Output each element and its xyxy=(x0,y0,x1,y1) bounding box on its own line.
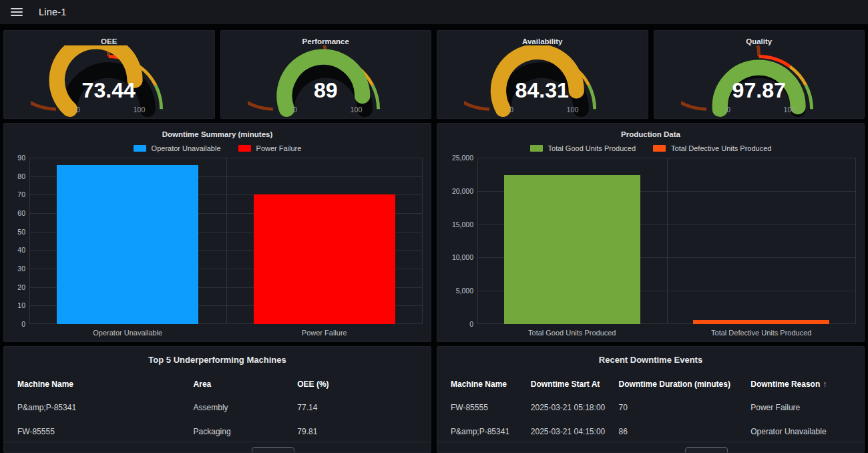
table-row: FW-855552025-03-21 05:18:0070Power Failu… xyxy=(451,396,851,420)
bar-power-failure[interactable] xyxy=(254,194,395,324)
top-nav: Line-1 xyxy=(0,0,868,24)
x-axis-label: Total Defective Units Produced xyxy=(667,324,857,337)
table-cell: Assembly xyxy=(194,396,298,420)
gridline-vertical xyxy=(29,158,30,324)
legend-item[interactable]: Operator Unavailable xyxy=(134,144,221,152)
table-cell: P&amp;P-85341 xyxy=(451,420,531,444)
legend-swatch-icon xyxy=(653,145,666,152)
legend-item[interactable]: Total Good Units Produced xyxy=(530,144,636,152)
gridline-vertical xyxy=(477,158,478,324)
column-header[interactable]: OEE (%) xyxy=(297,371,417,396)
table-cell: 2025-03-21 04:15:00 xyxy=(531,420,619,444)
dashboard-title[interactable]: Line-1 xyxy=(39,7,67,17)
gridline-vertical xyxy=(855,158,856,324)
y-tick-label: 80 xyxy=(3,172,25,180)
panel-title[interactable]: Production Data xyxy=(445,130,856,138)
downtime-bar-chart: 0102030405060708090Operator UnavailableP… xyxy=(29,158,423,324)
oee-gauge: 73.440100 xyxy=(4,45,214,118)
legend-label: Power Failure xyxy=(256,144,302,152)
table-cell: FW-85555 xyxy=(17,420,194,444)
gridline-vertical xyxy=(667,158,668,324)
x-axis-label: Operator Unavailable xyxy=(29,324,226,337)
table-header-row: Machine NameAreaOEE (%) xyxy=(17,371,417,396)
y-tick-label: 90 xyxy=(3,154,25,162)
gauge-value: 73.44 xyxy=(82,78,136,102)
y-tick-label: 20,000 xyxy=(449,187,473,195)
legend-swatch-icon xyxy=(530,145,543,152)
threshold-ring-segment xyxy=(156,86,162,110)
x-axis-labels: Total Good Units ProducedTotal Defective… xyxy=(477,324,856,337)
column-header[interactable]: Machine Name xyxy=(17,371,194,396)
table-divider xyxy=(4,442,431,442)
panel-quality: Quality 97.870100 xyxy=(654,30,865,119)
y-tick-label: 15,000 xyxy=(449,220,473,229)
y-tick-label: 60 xyxy=(3,209,25,217)
legend-label: Total Good Units Produced xyxy=(548,144,636,152)
threshold-ring-segment xyxy=(373,86,379,110)
bar-total-good-units-produced[interactable] xyxy=(504,175,640,324)
threshold-ring-segment xyxy=(806,86,812,110)
table-cell: 79.81 xyxy=(297,420,417,444)
table-cell: 70 xyxy=(619,396,751,420)
gauge-min-label: 0 xyxy=(293,106,297,114)
downtime-events-table: Machine NameDowntime Start AtDowntime Du… xyxy=(451,371,851,444)
legend-swatch-icon xyxy=(134,145,146,152)
table-divider xyxy=(437,442,864,442)
threshold-ring-segment xyxy=(589,86,595,110)
panel-downtime-summary: Downtime Summary (minutes) Operator Unav… xyxy=(3,123,431,342)
gauge-min-label: 0 xyxy=(77,106,81,114)
chart-legend: Total Good Units ProducedTotal Defective… xyxy=(445,144,856,152)
column-header[interactable]: Machine Name xyxy=(451,371,531,396)
panel-top5-machines: Top 5 Underperforming Machines Machine N… xyxy=(3,346,431,453)
gauge-value: 89 xyxy=(314,78,338,102)
column-header[interactable]: Downtime Reason↑ xyxy=(750,371,851,396)
gridline-vertical xyxy=(422,158,423,324)
gauge-min-label: 0 xyxy=(510,106,514,114)
panel-production-data: Production Data Total Good Units Produce… xyxy=(437,123,865,342)
x-axis-label: Total Good Units Produced xyxy=(477,324,667,337)
panel-performance: Performance 890100 xyxy=(220,30,432,119)
column-header[interactable]: Downtime Duration (minutes) xyxy=(619,371,751,396)
bar-operator-unavailable[interactable] xyxy=(57,165,198,324)
y-tick-label: 50 xyxy=(3,228,25,236)
panel-title[interactable]: Top 5 Underperforming Machines xyxy=(17,355,417,365)
gauge-max-label: 100 xyxy=(134,106,146,114)
y-tick-label: 25,000 xyxy=(449,154,473,162)
menu-icon[interactable] xyxy=(11,8,23,16)
x-axis-label: Power Failure xyxy=(226,324,423,337)
table-cell: 77.14 xyxy=(297,396,417,420)
pagination-button[interactable] xyxy=(685,447,728,453)
column-header[interactable]: Area xyxy=(194,371,298,396)
panel-title[interactable]: Quality xyxy=(654,37,865,45)
y-tick-label: 20 xyxy=(3,283,25,291)
gauge-max-label: 100 xyxy=(567,106,579,114)
x-axis-labels: Operator UnavailablePower Failure xyxy=(29,324,423,337)
y-tick-label: 5,000 xyxy=(449,287,473,295)
panel-oee: OEE 73.440100 xyxy=(3,30,215,119)
panel-title[interactable]: Downtime Summary (minutes) xyxy=(12,130,423,138)
y-tick-label: 10 xyxy=(3,301,25,309)
legend-item[interactable]: Total Defective Units Produced xyxy=(653,144,771,152)
table-cell: FW-85555 xyxy=(451,396,531,420)
panel-title[interactable]: Availability xyxy=(437,37,648,45)
gauge-value: 97.87 xyxy=(732,78,786,102)
quality-gauge: 97.870100 xyxy=(654,45,865,118)
sort-ascending-icon: ↑ xyxy=(823,380,827,389)
table-cell: 2025-03-21 05:18:00 xyxy=(531,396,619,420)
panel-title[interactable]: Performance xyxy=(221,37,431,45)
gauge-value: 84.31 xyxy=(515,78,569,102)
legend-label: Operator Unavailable xyxy=(152,144,221,152)
table-row: P&amp;P-85341Assembly77.14 xyxy=(17,396,417,420)
panel-title[interactable]: OEE xyxy=(4,37,214,45)
panel-title[interactable]: Recent Downtime Events xyxy=(451,355,851,365)
gauge-min-label: 0 xyxy=(726,106,730,114)
table-header-row: Machine NameDowntime Start AtDowntime Du… xyxy=(451,371,851,396)
y-tick-label: 0 xyxy=(449,320,473,328)
production-bar-chart: 05,00010,00015,00020,00025,000Total Good… xyxy=(477,158,856,324)
performance-gauge: 890100 xyxy=(221,45,431,118)
column-header[interactable]: Downtime Start At xyxy=(531,371,619,396)
table-cell: P&amp;P-85341 xyxy=(17,396,194,420)
legend-item[interactable]: Power Failure xyxy=(238,144,302,152)
y-tick-label: 10,000 xyxy=(449,253,473,261)
pagination-button[interactable] xyxy=(252,447,294,453)
